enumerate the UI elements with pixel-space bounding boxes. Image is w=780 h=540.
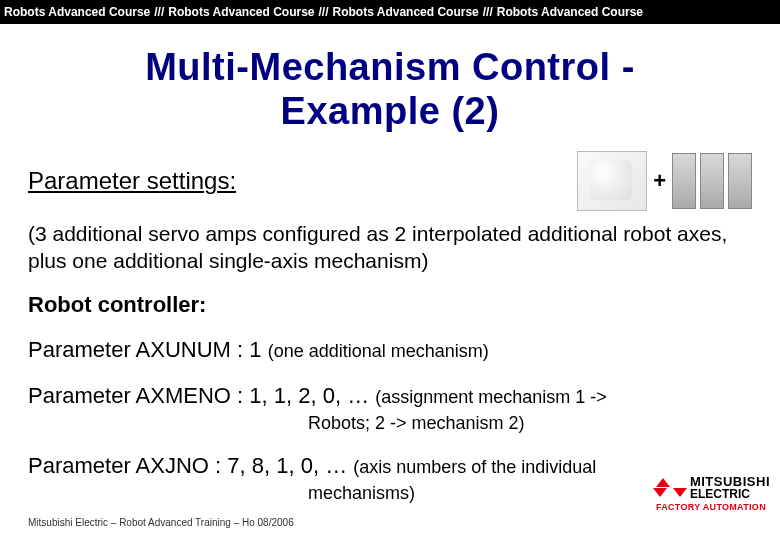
param-axmeno-note1: (assignment mechanism 1 -> (375, 387, 607, 407)
mitsubishi-diamonds-icon (656, 478, 684, 497)
header-bar: Robots Advanced Course /// Robots Advanc… (0, 0, 780, 24)
param-axmeno-note2: Robots; 2 -> mechanism 2) (308, 413, 752, 434)
title-line-2: Example (2) (281, 90, 500, 132)
header-sep-2: /// (319, 5, 329, 19)
slide-title: Multi-Mechanism Control - Example (2) (0, 46, 780, 133)
param-axmeno-label: Parameter AXMENO : 1, 1, 2, 0, … (28, 383, 375, 408)
param-axjno-label: Parameter AXJNO : 7, 8, 1, 0, … (28, 453, 353, 478)
header-sep-1: /// (154, 5, 164, 19)
robot-arm-image (577, 151, 647, 211)
header-text-3: Robots Advanced Course (333, 5, 479, 19)
header-sep-3: /// (483, 5, 493, 19)
servo-amp-image (672, 153, 696, 209)
logo-text: MITSUBISHI ELECTRIC (690, 475, 770, 500)
servo-amp-image (728, 153, 752, 209)
controller-heading: Robot controller: (28, 292, 752, 318)
config-description: (3 additional servo amps configured as 2… (28, 221, 752, 274)
header-text-1: Robots Advanced Course (4, 5, 150, 19)
param-axmeno: Parameter AXMENO : 1, 1, 2, 0, … (assign… (28, 382, 752, 411)
param-axunum-note: (one additional mechanism) (268, 341, 489, 361)
header-text-4: Robots Advanced Course (497, 5, 643, 19)
param-axunum: Parameter AXUNUM : 1 (one additional mec… (28, 336, 752, 365)
footer-credit: Mitsubishi Electric – Robot Advanced Tra… (28, 517, 294, 528)
logo-company: ELECTRIC (690, 488, 770, 500)
illustration-group: + (577, 151, 752, 211)
title-line-1: Multi-Mechanism Control - (145, 46, 635, 88)
section-heading: Parameter settings: (28, 167, 236, 195)
param-axjno-note1: (axis numbers of the individual (353, 457, 596, 477)
header-text-2: Robots Advanced Course (168, 5, 314, 19)
mitsubishi-logo: MITSUBISHI ELECTRIC FACTORY AUTOMATION (656, 475, 770, 512)
param-axunum-label: Parameter AXUNUM : 1 (28, 337, 268, 362)
plus-icon: + (653, 168, 666, 194)
param-axjno: Parameter AXJNO : 7, 8, 1, 0, … (axis nu… (28, 452, 752, 481)
logo-subline: FACTORY AUTOMATION (656, 502, 770, 512)
servo-amp-images (672, 153, 752, 209)
servo-amp-image (700, 153, 724, 209)
